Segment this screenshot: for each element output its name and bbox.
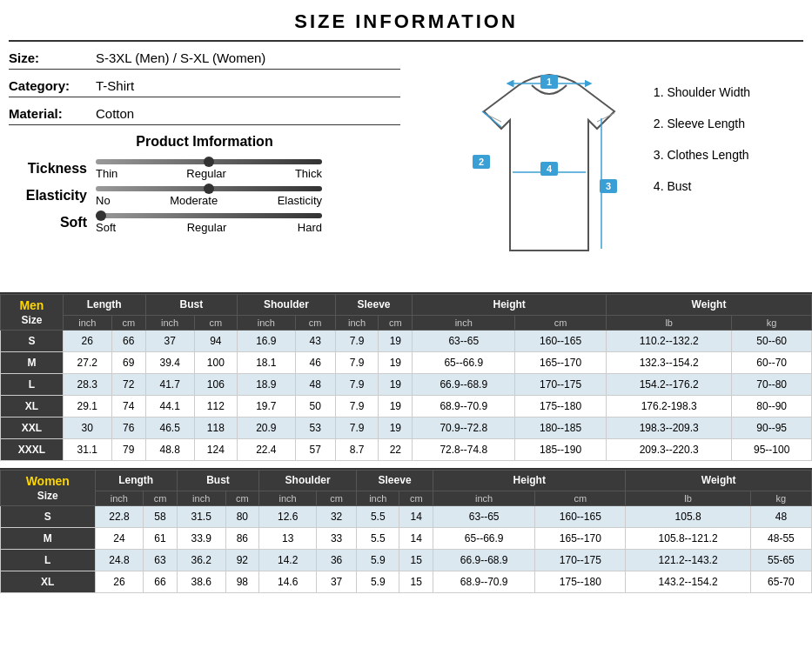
elasticity-indicator [204,184,214,194]
men-sub-inch-5: inch [413,315,515,330]
data-cell: 100 [194,352,237,374]
data-cell: 14.6 [259,571,317,593]
data-cell: 46 [295,352,335,374]
data-cell: 69 [111,352,145,374]
data-cell: 57 [295,439,335,461]
data-cell: 41.7 [145,374,194,396]
women-col-bust: Bust [177,471,258,491]
data-cell: 19.7 [238,396,295,418]
women-col-height: Height [433,471,626,491]
data-cell: 15 [399,550,433,571]
data-cell: 38.6 [177,571,225,593]
data-cell: 170--175 [535,550,626,571]
data-cell: 5.5 [357,506,399,528]
data-cell: 180--185 [515,418,607,439]
men-tbody: S2666379416.9437.91963--65160--165110.2-… [1,331,812,461]
softness-labels: Soft Regular Hard [96,221,322,234]
data-cell: 48 [750,506,811,528]
category-value: T-Shirt [96,78,134,93]
data-cell: 66.9--68.9 [413,374,515,396]
size-cell: XL [1,396,64,418]
data-cell: 65--66.9 [433,528,535,550]
data-cell: 90--95 [732,418,812,439]
data-cell: 50 [295,396,335,418]
data-cell: 92 [225,550,259,571]
data-cell: 16.9 [238,331,295,352]
data-cell: 14 [399,528,433,550]
size-value: S-3XL (Men) / S-XL (Women) [96,50,265,65]
data-cell: 63--65 [433,506,535,528]
softness-indicator [96,210,106,221]
table-row: XL29.17444.111219.7507.91968.9--70.9175-… [1,396,812,418]
data-cell: 30 [63,418,111,439]
data-cell: 160--165 [535,506,626,528]
left-info: Size: S-3XL (Men) / S-XL (Women) Categor… [9,50,400,285]
thickness-row: Tickness Thin Regular Thick [9,157,400,180]
thickness-opt-2: Regular [186,167,226,180]
legend-area: 1. Shoulder Width 2. Sleeve Length 3. Cl… [654,59,750,210]
data-cell: 165--170 [515,352,607,374]
data-cell: 22 [379,439,413,461]
table-row: XXXL31.17948.812422.4578.72272.8--74.818… [1,439,812,461]
data-cell: 48.8 [145,439,194,461]
elasticity-opt-2: Moderate [170,194,218,207]
material-row: Material: Cotton [9,106,400,125]
data-cell: 5.9 [357,550,399,571]
svg-line-5 [482,111,501,127]
men-table-section: MenSize Length Bust Shoulder Sleeve Heig… [0,292,812,461]
table-row: L28.37241.710618.9487.91966.9--68.9170--… [1,374,812,396]
data-cell: 58 [144,506,178,528]
data-cell: 76 [111,418,145,439]
men-sub-cm-1: cm [111,315,145,330]
women-sub-cm-2: cm [225,491,259,505]
men-col-bust: Bust [145,295,237,316]
data-cell: 185--190 [515,439,607,461]
category-label: Category: [9,78,87,93]
data-cell: 31.5 [177,506,225,528]
size-cell: L [1,550,96,571]
data-cell: 110.2--132.2 [607,331,732,352]
elasticity-label: Elasticity [9,188,87,204]
page-title: SIZE INFORMATION [9,0,803,42]
data-cell: 48 [295,374,335,396]
data-cell: 160--165 [515,331,607,352]
size-row: Size: S-3XL (Men) / S-XL (Women) [9,50,400,70]
data-cell: 44.1 [145,396,194,418]
data-cell: 33.9 [177,528,225,550]
data-cell: 70--80 [732,374,812,396]
data-cell: 19 [379,374,413,396]
data-cell: 37 [317,571,357,593]
men-sub-cm-4: cm [379,315,413,330]
elasticity-row: Elasticity No Moderate Elasticity [9,184,400,207]
men-header-row-1: MenSize Length Bust Shoulder Sleeve Heig… [1,295,812,316]
softness-slider: Soft Regular Hard [96,210,400,234]
legend-item-4: 4. Bust [654,179,750,193]
data-cell: 61 [144,528,178,550]
data-cell: 68.9--70.9 [413,396,515,418]
women-sub-inch-4: inch [357,491,399,505]
elasticity-slider: No Moderate Elasticity [96,184,400,207]
data-cell: 105.8 [626,506,750,528]
data-cell: 7.9 [335,374,379,396]
men-sub-cm-2: cm [194,315,237,330]
data-cell: 209.3--220.3 [607,439,732,461]
men-size-table: MenSize Length Bust Shoulder Sleeve Heig… [0,294,812,461]
data-cell: 12.6 [259,506,317,528]
data-cell: 8.7 [335,439,379,461]
data-cell: 55-65 [750,550,811,571]
data-cell: 66 [144,571,178,593]
men-label: MenSize [1,295,64,331]
svg-text:3: 3 [606,181,611,191]
data-cell: 14 [399,506,433,528]
size-cell: M [1,528,96,550]
data-cell: 15 [399,571,433,593]
data-cell: 39.4 [145,352,194,374]
legend-item-1: 1. Shoulder Width [654,85,750,99]
women-sub-kg: kg [750,491,811,505]
table-row: S2666379416.9437.91963--65160--165110.2-… [1,331,812,352]
thickness-indicator [204,157,214,167]
data-cell: 26 [63,331,111,352]
data-cell: 22.8 [95,506,144,528]
data-cell: 198.3--209.3 [607,418,732,439]
data-cell: 170--175 [515,374,607,396]
